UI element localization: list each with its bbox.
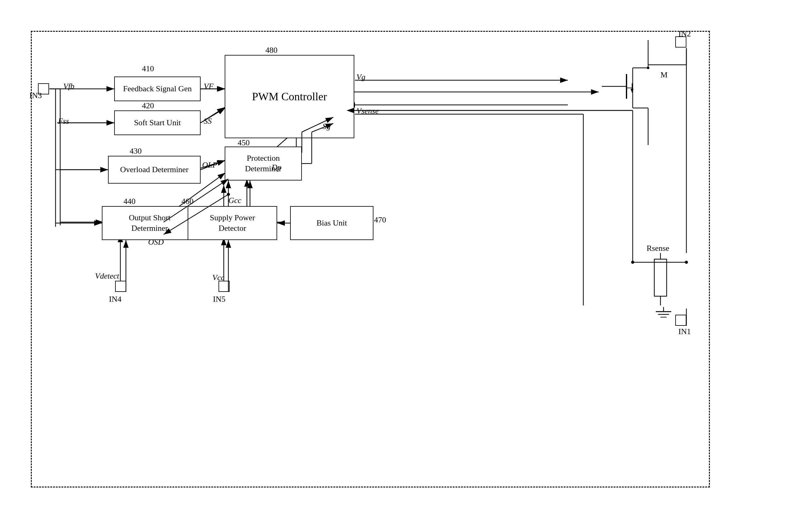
diagram-container: Feedback Signal Gen Soft Start Unit Over…	[12, 12, 800, 498]
svg-line-66	[201, 160, 225, 170]
svg-line-65	[201, 108, 225, 123]
right-circuit-lines	[12, 12, 812, 510]
svg-line-78	[312, 123, 333, 132]
